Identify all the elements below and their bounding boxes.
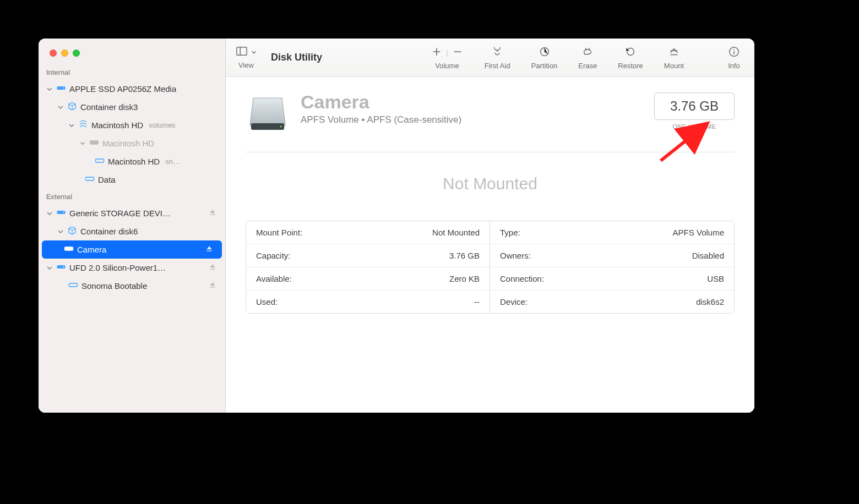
sidebar-disk-ufd-silicon-power[interactable]: UFD 2.0 Silicon-Power1… xyxy=(39,259,225,277)
mount-icon xyxy=(668,46,680,59)
svg-point-2 xyxy=(63,266,64,267)
sidebar-toggle-icon xyxy=(236,46,248,59)
prop-used: Used:-- xyxy=(246,291,490,313)
toolbar-label: Erase xyxy=(578,62,597,70)
disk-icon xyxy=(56,262,66,273)
prop-mount-point: Mount Point:Not Mounted xyxy=(246,221,490,244)
chevron-down-icon[interactable] xyxy=(46,265,53,271)
svg-point-7 xyxy=(733,49,735,50)
toolbar: View Disk Utility | Volume First Aid Par… xyxy=(226,39,754,77)
info-button[interactable]: Info xyxy=(724,46,744,70)
divider xyxy=(246,152,735,152)
svg-point-9 xyxy=(280,125,281,127)
first-aid-button[interactable]: First Aid xyxy=(480,46,515,70)
svg-point-1 xyxy=(63,212,64,213)
plus-icon[interactable] xyxy=(431,46,443,59)
size-caption: ONE VOLUME xyxy=(654,123,735,130)
volume-icon xyxy=(64,244,74,255)
chevron-down-icon[interactable] xyxy=(46,86,53,92)
prop-owners: Owners:Disabled xyxy=(490,244,734,267)
toolbar-label: Partition xyxy=(531,62,558,70)
sidebar-item-label: Camera xyxy=(77,245,106,254)
eject-icon[interactable] xyxy=(209,281,216,291)
sidebar-section-external: External xyxy=(39,189,225,204)
restore-button[interactable]: Restore xyxy=(613,46,648,70)
volume-group-icon xyxy=(78,119,88,131)
disk-icon xyxy=(56,83,66,95)
sidebar-item-label: Container disk6 xyxy=(80,227,138,236)
sidebar: Internal APPLE SSD AP0256Z Media Contain… xyxy=(39,39,226,413)
toolbar-label: Info xyxy=(728,62,740,70)
window-controls xyxy=(39,50,225,64)
chevron-down-icon[interactable] xyxy=(57,228,64,235)
prop-device: Device:disk6s2 xyxy=(490,291,734,313)
volume-icon xyxy=(68,280,78,292)
sidebar-container-disk6[interactable]: Container disk6 xyxy=(39,222,225,240)
chevron-down-icon[interactable] xyxy=(46,210,53,217)
sidebar-item-label: Data xyxy=(98,175,116,184)
sidebar-volume-camera[interactable]: Camera xyxy=(42,240,222,259)
external-drive-icon xyxy=(246,92,290,136)
size-value: 3.76 GB xyxy=(654,92,735,120)
restore-icon xyxy=(624,46,637,59)
close-window-button[interactable] xyxy=(50,50,57,57)
volume-add-remove[interactable]: | Volume xyxy=(426,46,467,70)
toolbar-label: Volume xyxy=(435,62,459,70)
volume-icon xyxy=(95,156,105,167)
sidebar-volume-sonoma-bootable[interactable]: Sonoma Bootable xyxy=(39,277,225,295)
prop-available: Available:Zero KB xyxy=(246,267,490,291)
eject-icon[interactable] xyxy=(209,263,216,272)
prop-type: Type:APFS Volume xyxy=(490,221,734,244)
disk-utility-window: Internal APPLE SSD AP0256Z Media Contain… xyxy=(39,39,754,413)
content: Camera APFS Volume • APFS (Case-sensitiv… xyxy=(226,77,754,329)
chevron-down-icon[interactable] xyxy=(68,122,75,129)
chevron-down-icon[interactable] xyxy=(79,140,86,147)
toolbar-label: Mount xyxy=(664,62,684,70)
sidebar-disk-internal[interactable]: APPLE SSD AP0256Z Media xyxy=(39,80,225,98)
view-menu[interactable]: View xyxy=(236,46,257,69)
container-icon xyxy=(67,101,77,113)
toolbar-label: Restore xyxy=(618,62,643,70)
sidebar-item-suffix: sn… xyxy=(165,157,180,166)
size-badge: 3.76 GB ONE VOLUME xyxy=(654,92,735,130)
sidebar-volume-macintosh-hd-unmounted[interactable]: Macintosh HD xyxy=(39,134,225,152)
sidebar-item-label: Macintosh HD xyxy=(108,157,160,166)
info-table: Mount Point:Not Mounted Type:APFS Volume… xyxy=(246,221,735,314)
partition-button[interactable]: Partition xyxy=(527,46,562,70)
toolbar-label: View xyxy=(238,61,254,69)
sidebar-disk-generic-storage[interactable]: Generic STORAGE DEVI… xyxy=(39,204,225,222)
partition-icon xyxy=(539,46,551,59)
app-title: Disk Utility xyxy=(271,52,322,63)
eject-icon[interactable] xyxy=(205,245,213,254)
sidebar-volume-macintosh-hd-snapshot[interactable]: Macintosh HD sn… xyxy=(39,152,225,171)
chevron-down-icon[interactable] xyxy=(57,104,64,111)
svg-point-0 xyxy=(63,87,64,89)
sidebar-volume-data[interactable]: Data xyxy=(39,171,225,189)
erase-icon xyxy=(581,46,594,59)
container-icon xyxy=(67,226,77,237)
mount-button[interactable]: Mount xyxy=(660,46,688,70)
volume-subtitle: APFS Volume • APFS (Case-sensitive) xyxy=(301,114,461,125)
sidebar-container-disk3[interactable]: Container disk3 xyxy=(39,98,225,116)
sidebar-item-label: UFD 2.0 Silicon-Power1… xyxy=(69,263,166,272)
volume-title: Camera xyxy=(301,92,461,112)
volume-icon xyxy=(89,138,99,149)
sidebar-volume-group-macintosh-hd[interactable]: Macintosh HD volumes xyxy=(39,116,225,134)
sidebar-item-label: Macintosh HD xyxy=(91,120,143,130)
sidebar-item-label: Sonoma Bootable xyxy=(81,281,147,291)
svg-rect-3 xyxy=(237,47,247,56)
prop-capacity: Capacity:3.76 GB xyxy=(246,244,490,267)
sidebar-item-label: Container disk3 xyxy=(80,102,138,112)
prop-connection: Connection:USB xyxy=(490,267,734,291)
info-icon xyxy=(728,46,740,59)
minimize-window-button[interactable] xyxy=(61,50,68,57)
sidebar-item-label: Macintosh HD xyxy=(102,139,154,148)
main-pane: View Disk Utility | Volume First Aid Par… xyxy=(226,39,754,413)
disk-icon xyxy=(56,207,66,219)
erase-button[interactable]: Erase xyxy=(574,46,601,70)
chevron-down-icon xyxy=(251,47,257,57)
eject-icon[interactable] xyxy=(209,209,216,218)
sidebar-item-label: APPLE SSD AP0256Z Media xyxy=(69,84,176,94)
zoom-window-button[interactable] xyxy=(73,50,80,57)
minus-icon[interactable] xyxy=(452,46,464,59)
